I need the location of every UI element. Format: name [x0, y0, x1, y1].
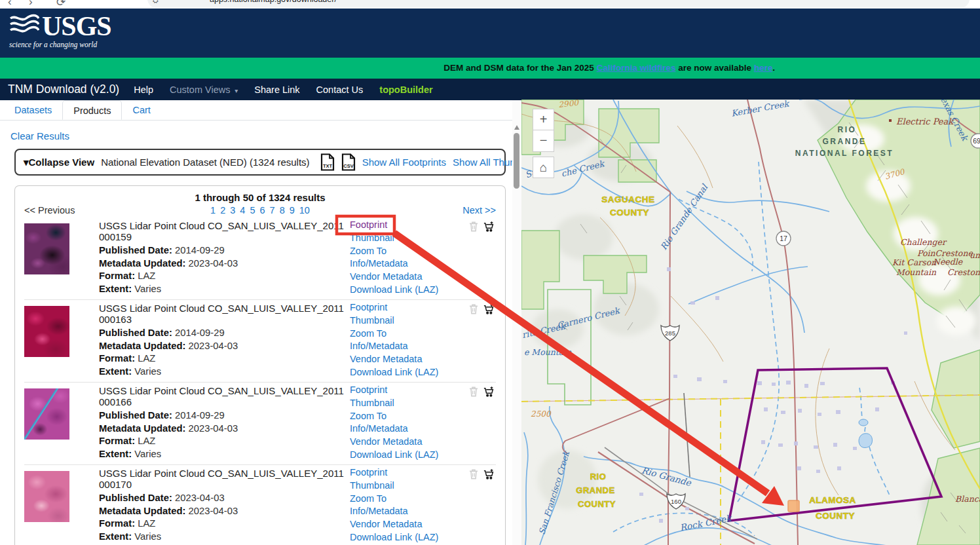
tab-datasets[interactable]: Datasets	[4, 100, 62, 120]
browser-back-icon[interactable]: ‹	[8, 0, 12, 9]
clear-results-link[interactable]: Clear Results	[10, 130, 69, 141]
page-link[interactable]: 10	[299, 205, 310, 216]
product-link-thumbnail[interactable]: Thumbnail	[350, 232, 438, 245]
metadata-updated-value: 2023-04-03	[189, 506, 238, 516]
product-link-vendor-metadata[interactable]: Vendor Metadata	[350, 518, 438, 531]
nav-help[interactable]: Help	[134, 85, 153, 95]
cart-plus-icon[interactable]	[483, 386, 495, 400]
product-link-info-metadata[interactable]: Info/Metadata	[350, 257, 438, 271]
cart-plus-icon[interactable]	[483, 221, 495, 235]
previous-page-link[interactable]: << Previous	[24, 205, 210, 216]
label-mountain: Mountain	[896, 267, 937, 277]
scrollbar-up-arrow[interactable]	[514, 125, 519, 130]
label-forest-2: GRANDE	[822, 137, 866, 146]
zoom-out-button[interactable]: −	[533, 130, 554, 152]
trash-icon[interactable]	[468, 303, 479, 318]
tab-cart[interactable]: Cart	[122, 100, 160, 120]
label-saguache-county-2: COUNTY	[610, 208, 649, 217]
product-link-thumbnail[interactable]: Thumbnail	[350, 479, 438, 493]
product-link-info-metadata[interactable]: Info/Metadata	[350, 423, 438, 436]
nav-contact-us[interactable]: Contact Us	[316, 85, 364, 95]
usgs-tagline: science for a changing world	[9, 41, 111, 48]
product-link-footprint[interactable]: Footprint	[350, 466, 438, 479]
product-link-vendor-metadata[interactable]: Vendor Metadata	[350, 271, 438, 284]
url-text[interactable]: apps.nationalmap.gov/downloader/	[210, 0, 337, 4]
product-link-download-link-laz[interactable]: Download Link (LAZ)	[350, 531, 438, 544]
extent-value: Varies	[134, 531, 161, 542]
dataset-label: National Elevation Dataset (NED) (1324 r…	[101, 157, 309, 168]
product-link-zoom-to[interactable]: Zoom To	[350, 410, 438, 423]
nav-custom-views[interactable]: Custom Views ▾	[170, 85, 238, 95]
browser-forward-icon[interactable]: ›	[29, 0, 33, 9]
page-link[interactable]: 6	[259, 205, 265, 216]
product-link-footprint[interactable]: Footprint	[350, 384, 438, 397]
dataset-header-bar: ▾Collapse View National Elevation Datase…	[14, 149, 506, 176]
product-link-vendor-metadata[interactable]: Vendor Metadata	[350, 353, 438, 366]
published-date-label: Published Date:	[99, 245, 172, 255]
collapse-view-toggle[interactable]: ▾Collapse View	[24, 157, 94, 168]
announcement-banner: DEM and DSM data for the Jan 2025 Califo…	[0, 58, 980, 79]
product-link-download-link-laz[interactable]: Download Link (LAZ)	[350, 449, 438, 462]
map-graphics: 17 69 285 160 Kerber Creek Texas Creek S…	[521, 100, 980, 545]
next-page-link[interactable]: Next >>	[310, 205, 496, 216]
trash-icon[interactable]	[468, 221, 479, 235]
product-link-footprint[interactable]: Footprint	[350, 301, 438, 314]
banner-link-here[interactable]: here	[754, 63, 773, 73]
trash-icon[interactable]	[468, 386, 479, 400]
app-navbar: TNM Download (v2.0) Help Custom Views ▾ …	[0, 79, 980, 100]
label-rio-grande-county-1: RIO	[590, 472, 607, 481]
product-link-thumbnail[interactable]: Thumbnail	[350, 314, 438, 328]
product-link-footprint[interactable]: Footprint	[350, 219, 438, 232]
map-canvas[interactable]: 17 69 285 160 Kerber Creek Texas Creek S…	[521, 100, 980, 545]
product-link-zoom-to[interactable]: Zoom To	[350, 493, 438, 506]
svg-text:CSV: CSV	[343, 163, 353, 169]
csv-export-icon[interactable]: CSV	[341, 153, 356, 171]
nav-topobuilder[interactable]: topoBuilder	[379, 85, 432, 95]
route-shield-17: 17	[776, 231, 791, 246]
product-link-vendor-metadata[interactable]: Vendor Metadata	[350, 436, 438, 449]
cart-plus-icon[interactable]	[483, 468, 495, 483]
product-thumbnail[interactable]	[24, 388, 69, 440]
product-link-download-link-laz[interactable]: Download Link (LAZ)	[350, 366, 438, 379]
page-link[interactable]: 1	[210, 205, 216, 216]
product-thumbnail[interactable]	[24, 471, 69, 522]
cart-plus-icon[interactable]	[483, 303, 495, 318]
txt-export-icon[interactable]: TXT	[320, 153, 335, 171]
page-link[interactable]: 3	[230, 205, 235, 216]
product-link-download-link-laz[interactable]: Download Link (LAZ)	[350, 284, 438, 297]
product-links: FootprintThumbnailZoom ToInfo/MetadataVe…	[350, 301, 438, 379]
format-value: LAZ	[138, 518, 155, 529]
browser-refresh-icon[interactable]: ⟳	[56, 0, 66, 9]
page-link[interactable]: 4	[240, 205, 245, 216]
product-title: USGS Lidar Point Cloud CO_SAN_LUIS_VALLE…	[99, 385, 348, 407]
product-link-zoom-to[interactable]: Zoom To	[350, 328, 438, 341]
show-all-footprints-link[interactable]: Show All Footprints	[362, 157, 446, 168]
published-date-label: Published Date:	[99, 328, 172, 338]
scrollbar-thumb[interactable]	[514, 133, 519, 189]
page-link[interactable]: 7	[270, 205, 275, 216]
trash-icon[interactable]	[468, 468, 479, 483]
address-bar[interactable]: ⛭ apps.nationalmap.gov/downloader/	[147, 0, 970, 8]
product-link-zoom-to[interactable]: Zoom To	[350, 245, 438, 258]
panel-scrollbar[interactable]	[512, 100, 521, 545]
tune-icon[interactable]: ⛭	[153, 0, 159, 5]
banner-link-wildfires[interactable]: California wildfires	[597, 63, 676, 73]
product-thumbnail[interactable]	[24, 223, 69, 274]
home-extent-button[interactable]: ⌂	[533, 157, 554, 178]
product-link-thumbnail[interactable]: Thumbnail	[350, 397, 438, 410]
product-link-info-metadata[interactable]: Info/Metadata	[350, 505, 438, 518]
page-link[interactable]: 5	[250, 205, 255, 216]
metadata-updated-label: Metadata Updated:	[99, 258, 185, 269]
metadata-updated-value: 2023-04-03	[189, 341, 238, 351]
label-alamosa-county-1: ALAMOSA	[809, 495, 856, 505]
product-thumbnail[interactable]	[24, 306, 69, 357]
tab-products[interactable]: Products	[62, 100, 122, 120]
page-link[interactable]: 2	[220, 205, 225, 216]
zoom-in-button[interactable]: +	[533, 109, 554, 130]
page-link[interactable]: 9	[290, 205, 295, 216]
svg-text:TXT: TXT	[323, 163, 333, 169]
metadata-updated-label: Metadata Updated:	[99, 341, 185, 351]
nav-share-link[interactable]: Share Link	[254, 85, 299, 95]
page-link[interactable]: 8	[280, 205, 285, 216]
product-link-info-metadata[interactable]: Info/Metadata	[350, 340, 438, 353]
